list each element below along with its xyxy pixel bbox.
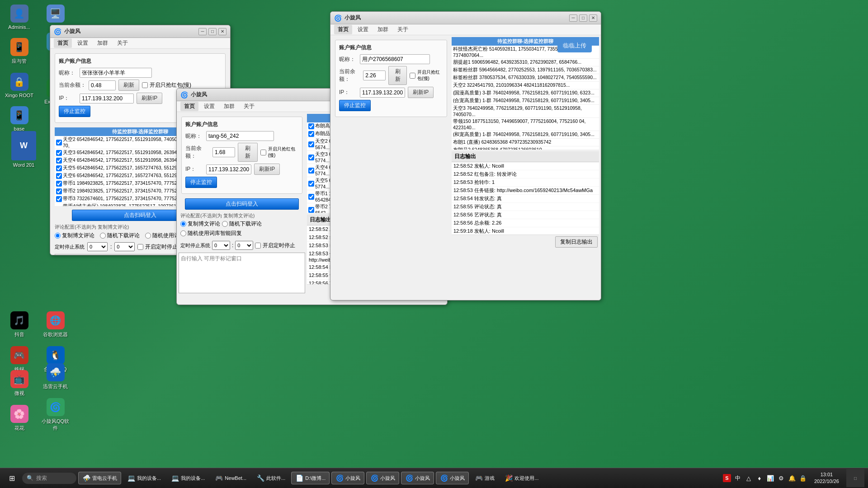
- taskbar-item-xf1[interactable]: 🌀 小旋风: [331, 472, 364, 484]
- taskbar-item-xf4[interactable]: 🌀 小旋风: [436, 472, 469, 484]
- win2-refresh-ip-btn[interactable]: 刷新IP: [254, 164, 280, 175]
- list-item[interactable]: 带领150 1877513150, 7449659007, 7775216004…: [452, 118, 599, 131]
- taskbar-item-software[interactable]: 🔧 此软件...: [252, 472, 289, 484]
- win3-ip-input[interactable]: [360, 88, 405, 98]
- titlebar-3[interactable]: 🌀 小旋风 ─ □ ✕: [330, 12, 601, 24]
- win2-timed-hour[interactable]: 0: [212, 241, 230, 250]
- win2-refresh-btn[interactable]: 刷新: [238, 143, 258, 162]
- win1-redpacket-checkbox[interactable]: [142, 82, 148, 88]
- win1-minimize[interactable]: ─: [198, 28, 207, 35]
- tray-s-icon[interactable]: S: [723, 474, 731, 482]
- list-item[interactable]: 布朗品2 6248365368 4797235126603610: [452, 146, 599, 150]
- win2-menu-about[interactable]: 关于: [240, 102, 258, 111]
- desktop-icon-app1[interactable]: 📱 应与管: [2, 36, 36, 67]
- win3-copy-log-btn[interactable]: 复制日志输出: [555, 236, 598, 248]
- win3-log-area[interactable]: 12:58:52 发帖人: Ncoill 12:58:52 红包备注: 转发评论…: [452, 162, 599, 235]
- win2-scan-login-btn[interactable]: 点击扫码登入: [185, 198, 299, 210]
- desktop-icon-word[interactable]: W Word 201: [7, 131, 41, 168]
- desktop-icon-placeholder1[interactable]: 🖥️: [38, 2, 72, 27]
- win3-float-btn[interactable]: 临临上传: [557, 39, 592, 52]
- taskbar-item-thunder[interactable]: ⛈️ 雷电云手机: [78, 472, 121, 484]
- taskbar-item-mydev1[interactable]: 💻 我的设备...: [123, 472, 165, 484]
- taskbar-item-weibo[interactable]: 📄 D:\微博...: [291, 472, 330, 484]
- win2-timed-min[interactable]: 0: [235, 241, 253, 250]
- taskbar-item-welcome[interactable]: 🎉 欢迎使用...: [500, 472, 542, 484]
- tray-delta-icon[interactable]: △: [745, 474, 753, 482]
- tray-gear-icon[interactable]: ⚙: [777, 474, 785, 482]
- win3-stop-monitor-btn[interactable]: 停止监控: [339, 100, 371, 111]
- win1-menu-group[interactable]: 加群: [94, 38, 112, 48]
- win3-redpacket-check[interactable]: 开启只抢红包(慢): [410, 69, 443, 82]
- win1-timed-min[interactable]: 0: [114, 242, 135, 251]
- win1-menu-settings[interactable]: 设置: [74, 38, 92, 48]
- win2-radio-ai[interactable]: 随机使用词库智能回复: [180, 230, 242, 237]
- list-item[interactable]: 朋提超1 5906596482, 6439235310, 2762390287,…: [452, 59, 599, 66]
- tray-zh-icon[interactable]: 中: [734, 474, 742, 482]
- win1-radio-random[interactable]: 随机下载评论: [100, 232, 140, 239]
- list-item[interactable]: (和宠高质量) 1-群 7640249958, 7762158129, 6077…: [452, 131, 599, 139]
- win3-maximize[interactable]: □: [579, 14, 587, 22]
- win1-maximize[interactable]: □: [208, 28, 217, 35]
- win3-menu-group[interactable]: 加群: [374, 25, 392, 34]
- win1-radio-copy[interactable]: 复制博文评论: [55, 232, 94, 239]
- win3-refresh-ip-btn[interactable]: 刷新IP: [408, 87, 434, 98]
- list-item[interactable]: 标签粉丝群 5964566482, 2770252553, 1397911165…: [452, 66, 599, 74]
- taskbar-item-xf2[interactable]: 🌀 小旋风: [366, 472, 399, 484]
- taskbar-item-games[interactable]: 🎮 游戏: [471, 472, 499, 484]
- list-item[interactable]: 布朗1 (直播) 6248365368 4797235230935742: [452, 139, 599, 146]
- tray-chart-icon[interactable]: 📊: [766, 474, 774, 482]
- win3-menu-settings[interactable]: 设置: [354, 25, 372, 34]
- taskbar-item-newbet[interactable]: 🎮 NewBet...: [211, 472, 250, 484]
- win1-menu-home[interactable]: 首页: [54, 38, 72, 48]
- desktop-icon-tiktok[interactable]: 🎵 抖音: [2, 309, 36, 340]
- win1-timed-stop-check[interactable]: 开启定时停止: [137, 243, 178, 251]
- win1-menu-about[interactable]: 关于: [113, 38, 132, 48]
- win2-textarea[interactable]: [179, 253, 305, 293]
- win2-menu-home[interactable]: 首页: [180, 102, 198, 111]
- win1-balance-input[interactable]: [89, 80, 116, 90]
- win3-refresh-btn[interactable]: 刷新: [388, 66, 407, 85]
- win3-monitor-list[interactable]: 科技怪杰死亡粉 5140592811, 1755034177, 73557133…: [452, 46, 599, 150]
- tray-bell-icon[interactable]: 🔔: [788, 474, 796, 482]
- win1-nickname-input[interactable]: [80, 68, 152, 78]
- tray-lock-icon[interactable]: 🔒: [799, 474, 807, 482]
- win2-radio-random[interactable]: 随机下载评论: [222, 220, 262, 228]
- taskbar-item-xf3[interactable]: 🌀 小旋风: [401, 472, 434, 484]
- win2-stop-monitor-btn[interactable]: 停止监控: [185, 177, 217, 188]
- taskbar-search[interactable]: 🔍 搜索: [22, 473, 76, 484]
- win2-balance-input[interactable]: [212, 147, 235, 157]
- win3-close[interactable]: ✕: [589, 14, 597, 22]
- win3-balance-input[interactable]: [363, 70, 386, 80]
- taskbar-item-mydev2[interactable]: 💻 我的设备...: [167, 472, 209, 484]
- taskbar-clock[interactable]: 13:01 2022/10/26: [811, 471, 843, 485]
- win1-ip-input[interactable]: [80, 94, 134, 103]
- win2-menu-settings[interactable]: 设置: [200, 102, 218, 111]
- win1-stop-monitor-btn[interactable]: 停止监控: [59, 106, 90, 117]
- win3-menu-about[interactable]: 关于: [394, 25, 412, 34]
- win2-timed-check[interactable]: 开启定时停止: [255, 242, 295, 249]
- desktop-icon-shield[interactable]: ⛈️ 迅雷云手机: [38, 361, 72, 392]
- start-button[interactable]: ⊞: [4, 472, 20, 484]
- win1-refresh-ip-btn[interactable]: 刷新IP: [137, 93, 162, 104]
- desktop-icon-admin[interactable]: 👤 Adminis...: [2, 2, 36, 32]
- list-item[interactable]: (国漫高质量) 3-群 7640249958, 7762158129, 6077…: [452, 89, 599, 97]
- list-item[interactable]: 天空2 3224541793, 2101096334 4824118162097…: [452, 82, 599, 89]
- win2-ip-input[interactable]: [206, 164, 251, 174]
- win2-menu-group[interactable]: 加群: [220, 102, 238, 111]
- show-desktop-btn[interactable]: □: [846, 469, 864, 487]
- list-item[interactable]: 天空3 7640249958, 7762158129, 6077191190, …: [452, 105, 599, 118]
- win2-radio-copy[interactable]: 复制博文评论: [180, 220, 220, 228]
- titlebar-1[interactable]: 🌀 小旋风 ─ □ ✕: [50, 25, 230, 38]
- desktop-icon-flower[interactable]: 🌸 花花: [2, 403, 36, 434]
- tray-diamond-icon[interactable]: ♦: [755, 474, 764, 482]
- win1-close[interactable]: ✕: [218, 28, 226, 35]
- win2-nickname-input[interactable]: [206, 131, 274, 141]
- win2-redpacket-check[interactable]: 开启只抢红包(慢): [260, 146, 298, 159]
- win3-minimize[interactable]: ─: [569, 14, 577, 22]
- list-item[interactable]: 标签粉丝群 3780537534, 6776330339, 1048027274…: [452, 74, 599, 82]
- desktop-icon-xf-small[interactable]: 🌀 小旋风QQ软件: [38, 396, 72, 434]
- desktop-icon-chrome[interactable]: 🌐 谷歌浏览器: [38, 309, 72, 340]
- desktop-icon-xingoroot[interactable]: 🔒 Xingo ROOT: [2, 70, 36, 100]
- win1-refresh-btn[interactable]: 刷新: [118, 80, 139, 91]
- win3-nickname-input[interactable]: [360, 54, 430, 64]
